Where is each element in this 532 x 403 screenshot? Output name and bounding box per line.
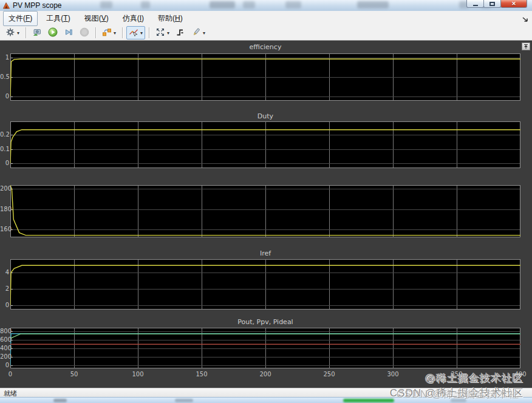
step-forward-icon — [64, 27, 73, 39]
plot-4-ytick-label: 2 — [0, 285, 9, 293]
plot-5-xtick-label: 300 — [383, 371, 403, 378]
menu-item-help[interactable]: 帮助(H) — [152, 11, 188, 26]
cursor-icon — [129, 27, 138, 39]
plot-5-ytick-label: 200 — [0, 353, 9, 361]
taskbar-strip[interactable] — [0, 397, 532, 403]
menu-item-view[interactable]: 视图(V) — [79, 11, 114, 26]
plot-5-ytick-label: 800 — [0, 328, 9, 335]
menubar: 文件(F)工具(T)视图(V)仿真(I)帮助(H) — [0, 11, 532, 25]
plot-canvas-1[interactable] — [10, 53, 520, 101]
plot-4-title: Iref — [10, 249, 520, 257]
plot-5-xtick-label: 100 — [128, 371, 148, 378]
plot-3-ytick-label: 200 — [0, 185, 9, 192]
plot-4-ytick-label: 4 — [0, 269, 9, 276]
menu-item-file[interactable]: 文件(F) — [3, 11, 38, 26]
titlebar: PV MPP scope ✕ — [0, 0, 532, 11]
step-forward-button[interactable] — [61, 26, 76, 39]
status-text: 就绪 — [4, 390, 17, 397]
plot-3-ytick-label: 160 — [0, 226, 9, 233]
background-blur-blob — [141, 1, 150, 8]
cursor-measurements-button[interactable]: ▾ — [126, 26, 145, 39]
status-bar: 就绪 — [0, 388, 532, 397]
dropdown-caret-icon: ▾ — [203, 30, 205, 36]
taskbar-blob — [53, 399, 67, 402]
toolbar-separator — [95, 27, 96, 38]
plot-5-ytick-label: 400 — [0, 345, 9, 352]
plot-5-title: Pout, Ppv, Pideal — [10, 318, 520, 326]
taskbar-progress-blob — [343, 399, 394, 402]
taskbar-blob — [175, 399, 193, 402]
plot-2-ytick-label: 0.1 — [0, 146, 9, 153]
scope-window: PV MPP scope ✕ 文件(F)工具(T)视图(V)仿真(I)帮助(H)… — [0, 0, 532, 403]
toolbar-separator — [122, 27, 123, 38]
scope-area: efficiency00.51Duty00.10.2160180200Iref0… — [0, 41, 532, 388]
plot-1-title: efficiency — [10, 43, 520, 51]
plot-5-xtick-label: 0 — [0, 371, 21, 378]
plot-2-ytick-label: 0.2 — [0, 131, 9, 138]
close-button[interactable]: ✕ — [500, 0, 527, 8]
snapshot-icon — [32, 27, 42, 39]
gear-icon — [5, 27, 15, 39]
plot-2-title: Duty — [10, 112, 520, 120]
stop-icon — [80, 27, 89, 39]
triggers-button[interactable] — [173, 26, 188, 39]
run-icon — [48, 27, 58, 39]
background-blur-blob — [243, 1, 255, 8]
plot-5-xtick-label: 400 — [510, 371, 531, 378]
run-button[interactable] — [46, 26, 60, 39]
stop-button[interactable] — [77, 26, 92, 39]
toolbar-separator — [26, 27, 26, 38]
plot-5-xtick-label: 350 — [446, 371, 467, 378]
dock-arrow-icon[interactable] — [522, 15, 529, 22]
plot-1-ytick-label: 0 — [0, 93, 9, 100]
dock-scope-button[interactable] — [522, 42, 530, 50]
taskbar-blob — [451, 399, 466, 402]
toolbar-separator — [149, 27, 149, 38]
stepping-icon — [102, 27, 112, 39]
plot-canvas-5[interactable] — [10, 328, 520, 368]
plot-2-ytick-label: 0 — [0, 160, 9, 167]
simulink-snapshot-button[interactable] — [30, 26, 44, 39]
plot-1-ytick-label: 1 — [0, 54, 9, 61]
background-blur-blob — [100, 1, 112, 8]
dropdown-caret-icon: ▾ — [114, 30, 116, 36]
background-blur-blob — [285, 1, 301, 8]
plot-canvas-3[interactable] — [10, 185, 520, 237]
plot-canvas-4[interactable] — [10, 259, 520, 310]
plot-5-xtick-label: 200 — [255, 371, 276, 378]
plot-5-xtick-label: 250 — [319, 371, 339, 378]
plot-4-ytick-label: 0 — [0, 302, 9, 309]
maximize-button[interactable] — [483, 0, 501, 8]
trigger-icon — [176, 27, 185, 39]
minimize-button[interactable] — [466, 0, 484, 8]
span-x-axis-button[interactable]: ▾ — [153, 26, 172, 39]
dropdown-caret-icon: ▾ — [17, 30, 19, 36]
window-title: PV MPP scope — [13, 1, 61, 10]
plot-canvas-2[interactable] — [10, 121, 520, 168]
plot-3-ytick-label: 180 — [0, 206, 9, 213]
simulation-stepping-options-button[interactable]: ▾ — [100, 26, 118, 39]
background-blur-blob — [210, 1, 235, 8]
menu-item-tools[interactable]: 工具(T) — [41, 11, 75, 26]
maximize-icon — [489, 2, 495, 6]
dropdown-caret-icon: ▾ — [167, 30, 169, 36]
pen-icon — [191, 27, 201, 39]
scope-app-icon — [2, 1, 10, 9]
fit-icon — [155, 27, 165, 39]
background-blur-blob — [357, 1, 389, 8]
window-controls: ✕ — [467, 0, 527, 8]
close-icon: ✕ — [511, 1, 516, 7]
plot-1-ytick-label: 0.5 — [0, 73, 9, 81]
plot-5-xtick-label: 50 — [64, 371, 84, 378]
menu-item-simulation[interactable]: 仿真(I) — [117, 11, 149, 26]
toolbar: ▾▾▾▾▾ — [0, 25, 532, 41]
highlight-button[interactable]: ▾ — [189, 26, 208, 39]
plot-5-ytick-label: 600 — [0, 336, 9, 344]
configuration-properties-button[interactable]: ▾ — [3, 26, 22, 39]
plot-5-xtick-label: 150 — [191, 371, 212, 378]
minimize-icon — [473, 5, 478, 6]
dropdown-caret-icon: ▾ — [140, 30, 143, 36]
plot-5-ytick-label: 0 — [0, 362, 9, 369]
